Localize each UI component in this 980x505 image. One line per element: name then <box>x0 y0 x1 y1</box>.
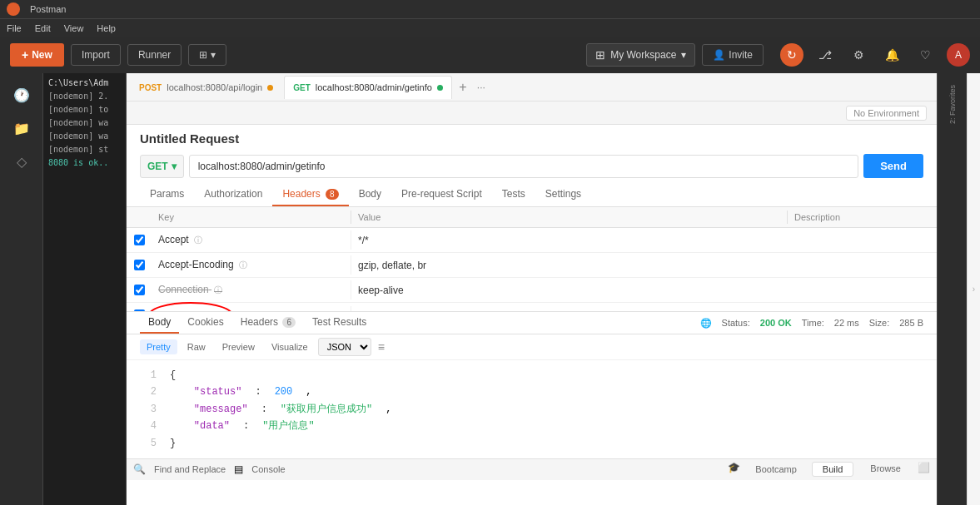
header-checkbox-authorization[interactable] <box>134 309 145 311</box>
header-key-authorization: Authorization <box>152 306 351 312</box>
tab-method-post: POST <box>139 83 162 92</box>
response-tabs-bar: Body Cookies Headers 6 Test Results 🌐 St… <box>127 312 937 334</box>
tab-post-login[interactable]: POST localhost:8080/api/login <box>130 76 282 99</box>
time-value: 22 ms <box>834 318 859 328</box>
format-pretty[interactable]: Pretty <box>140 339 177 354</box>
menu-file[interactable]: File <box>7 23 22 33</box>
sidebar-history-icon[interactable]: 🕐 <box>7 80 37 110</box>
format-preview[interactable]: Preview <box>216 339 261 354</box>
header-row-accept: Accept ⓘ */* <box>127 228 937 253</box>
sidebar-apis-icon[interactable]: ◇ <box>7 146 37 176</box>
menu-help[interactable]: Help <box>97 23 116 33</box>
info-icon-connection: ⓘ <box>214 285 222 295</box>
send-button[interactable]: Send <box>863 154 923 178</box>
menu-bar: File Edit View Help <box>0 18 980 37</box>
header-check-accept-encoding[interactable] <box>127 260 152 270</box>
header-check-connection[interactable] <box>127 285 152 295</box>
tab-url-login: localhost:8080/api/login <box>167 82 262 92</box>
res-tab-cookies[interactable]: Cookies <box>179 312 231 334</box>
headers-badge: 8 <box>326 189 339 200</box>
sidebar-collections-icon[interactable]: 📁 <box>7 113 37 143</box>
console-tab[interactable]: Console <box>243 462 293 477</box>
bootcamp-icon: 🎓 <box>728 462 740 477</box>
workspace-selector[interactable]: ⊞ My Workspace ▾ <box>586 43 695 67</box>
response-section: Body Cookies Headers 6 Test Results 🌐 St… <box>127 311 937 458</box>
json-response-body: 1 { 2 "status": 200, 3 "message": "获取用户信… <box>127 360 937 458</box>
app-body: 🕐 📁 ◇ C:\Users\Adm [nodemon] 2. [nodemon… <box>0 73 980 505</box>
header-key-accept: Accept ⓘ <box>152 230 351 250</box>
toolbar-icons: ↻ ⎇ ⚙ 🔔 ♡ A <box>780 43 970 67</box>
info-icon-accept: ⓘ <box>194 235 202 245</box>
menu-edit[interactable]: Edit <box>35 23 51 33</box>
header-check-authorization[interactable] <box>127 309 152 311</box>
heart-icon[interactable]: ♡ <box>913 43 937 67</box>
terminal-line-6: [nodemon] st <box>48 143 121 156</box>
response-format-bar: Pretty Raw Preview Visualize JSON ≡ <box>127 334 937 360</box>
tab-url-getinfo: localhost:8080/admin/getinfo <box>316 82 432 92</box>
res-tab-body[interactable]: Body <box>140 312 179 334</box>
new-tab-button[interactable]: + <box>454 78 472 97</box>
tab-body[interactable]: Body <box>349 183 391 206</box>
tab-get-getinfo[interactable]: GET localhost:8080/admin/getinfo <box>284 76 452 99</box>
header-checkbox-connection[interactable] <box>134 285 145 295</box>
console-icon: ▤ <box>234 463 243 475</box>
terminal-line-2: [nodemon] 2. <box>48 90 121 103</box>
res-tab-headers[interactable]: Headers 6 <box>232 312 304 334</box>
workspace-chevron: ▾ <box>681 49 686 61</box>
user-avatar[interactable]: A <box>947 43 970 67</box>
json-line-1: 1 { <box>140 367 923 384</box>
info-icon-accept-encoding: ⓘ <box>239 260 247 270</box>
import-button[interactable]: Import <box>71 44 121 66</box>
find-replace-icon: 🔍 <box>133 463 146 475</box>
header-check-accept[interactable] <box>127 235 152 245</box>
url-input[interactable] <box>189 155 859 178</box>
runner-button[interactable]: Runner <box>127 44 182 66</box>
format-raw[interactable]: Raw <box>181 339 212 354</box>
format-type-select[interactable]: JSON <box>318 338 371 356</box>
workspace-icon: ⊞ <box>595 48 605 62</box>
header-checkbox-accept-encoding[interactable] <box>134 260 145 270</box>
app-name: Postman <box>30 4 66 14</box>
format-icon[interactable]: ≡ <box>375 340 388 354</box>
find-replace-tab[interactable]: Find and Replace <box>146 462 234 477</box>
header-checkbox-accept[interactable] <box>134 235 145 245</box>
settings-icon[interactable]: ⚙ <box>847 43 870 67</box>
res-tab-test-results[interactable]: Test Results <box>304 312 375 334</box>
size-label: Size: <box>869 318 889 328</box>
tab-overflow-menu[interactable]: ··· <box>474 78 489 97</box>
favorites-label: 2: Favorites <box>948 85 957 124</box>
environment-selector[interactable]: No Environment <box>846 106 927 121</box>
json-line-5: 5 } <box>140 435 923 452</box>
col-description-header: Description <box>787 210 937 224</box>
tab-method-get: GET <box>293 83 311 92</box>
method-selector[interactable]: GET ▾ <box>140 155 184 178</box>
fork-icon[interactable]: ⎇ <box>813 43 837 67</box>
json-line-2: 2 "status": 200, <box>140 384 923 400</box>
header-value-accept-encoding: gzip, deflate, br <box>351 256 937 275</box>
invite-button[interactable]: 👤 Invite <box>702 44 764 66</box>
tab-dirty-indicator <box>267 85 273 91</box>
terminal-line-4: [nodemon] wa <box>48 116 121 130</box>
new-button[interactable]: New <box>10 43 64 67</box>
tab-authorization[interactable]: Authorization <box>194 183 272 206</box>
terminal-line-5: [nodemon] wa <box>48 130 121 143</box>
layout-button[interactable]: ⊞ ▾ <box>188 44 226 66</box>
menu-view[interactable]: View <box>64 23 84 33</box>
right-collapse-panel[interactable]: › <box>967 73 980 505</box>
bootcamp-tab[interactable]: Bootcamp <box>747 462 805 477</box>
format-visualize[interactable]: Visualize <box>265 339 315 354</box>
build-tab[interactable]: Build <box>812 462 853 477</box>
header-row-authorization: Authorization Bearer eyJhbGciOiJIUzI1NiI… <box>127 303 937 311</box>
sync-icon[interactable]: ↻ <box>780 43 803 67</box>
tab-headers[interactable]: Headers 8 <box>272 183 348 206</box>
tab-prerequest[interactable]: Pre-request Script <box>391 183 492 206</box>
tab-settings[interactable]: Settings <box>535 183 591 206</box>
tab-params[interactable]: Params <box>140 183 194 206</box>
browse-tab[interactable]: Browse <box>860 462 911 477</box>
expand-icon[interactable]: ⬜ <box>918 462 930 477</box>
notification-icon[interactable]: 🔔 <box>880 43 903 67</box>
tab-tests[interactable]: Tests <box>492 183 535 206</box>
right-panel-arrow: › <box>973 285 975 294</box>
response-status-bar: 🌐 Status: 200 OK Time: 22 ms Size: 285 B <box>700 318 923 329</box>
left-sidebar: 🕐 📁 ◇ <box>0 73 43 505</box>
